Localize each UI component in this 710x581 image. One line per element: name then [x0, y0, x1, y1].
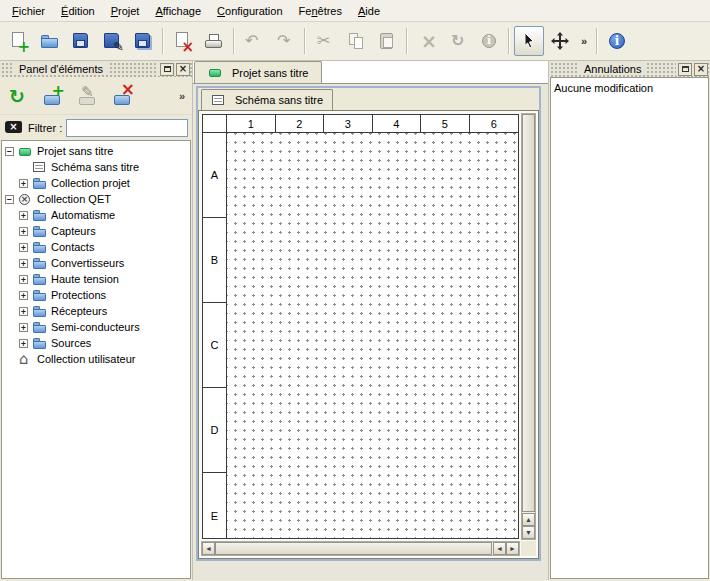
toolbar-separator: [508, 28, 510, 54]
copy-button[interactable]: [341, 26, 371, 56]
toolbar-overflow-button[interactable]: »: [576, 26, 592, 56]
horizontal-scrollbar-thumb[interactable]: [215, 542, 492, 555]
tree-item-protections[interactable]: +Protections: [2, 287, 190, 303]
scroll-left-button[interactable]: ◄: [202, 542, 215, 555]
undo-history-list[interactable]: Aucune modification: [550, 77, 709, 579]
elements-panel-titlebar[interactable]: Panel d'éléments ×: [0, 61, 192, 77]
menu-affichage[interactable]: Affichage: [147, 0, 209, 21]
diagram-grid[interactable]: [227, 133, 518, 539]
scissors-icon: [315, 31, 335, 51]
folder-icon: [32, 225, 47, 238]
expand-icon[interactable]: +: [19, 259, 28, 268]
toolbar-separator: [233, 28, 235, 54]
rotate-icon: [448, 31, 468, 51]
expand-icon[interactable]: +: [19, 227, 28, 236]
folder-icon: [32, 321, 47, 334]
tab-project[interactable]: Projet sans titre: [194, 61, 322, 83]
print-button[interactable]: [199, 26, 229, 56]
menu-projet[interactable]: Projet: [103, 0, 148, 21]
cut-button[interactable]: [310, 26, 340, 56]
expand-icon[interactable]: +: [19, 307, 28, 316]
paste-button[interactable]: [372, 26, 402, 56]
redo-arrow-icon: [275, 31, 295, 51]
folder-icon: [32, 273, 47, 286]
tab-schema[interactable]: Schéma sans titre: [201, 89, 333, 110]
tree-item-haute-tension[interactable]: +Haute tension: [2, 271, 190, 287]
expand-icon[interactable]: +: [19, 275, 28, 284]
scroll-up-button[interactable]: ▲: [522, 513, 535, 526]
menu-configuration[interactable]: Configuration: [209, 0, 290, 21]
panel-toolbar-extension-button[interactable]: »: [175, 90, 189, 102]
redo-button[interactable]: [270, 26, 300, 56]
toolbar-separator: [596, 28, 598, 54]
collapse-icon[interactable]: −: [5, 195, 14, 204]
select-mode-button[interactable]: [514, 26, 544, 56]
undo-button[interactable]: [239, 26, 269, 56]
element-info-button[interactable]: [474, 26, 504, 56]
schema-icon: [32, 161, 47, 174]
tree-item-schema-sans-titre[interactable]: Schéma sans titre: [2, 159, 190, 175]
schema-tabbar: Schéma sans titre: [198, 88, 539, 110]
tree-item-capteurs[interactable]: +Capteurs: [2, 223, 190, 239]
expand-icon[interactable]: +: [19, 291, 28, 300]
about-button[interactable]: [602, 26, 632, 56]
menu-aide[interactable]: Aide: [350, 0, 388, 21]
close-panel-button[interactable]: ×: [694, 63, 708, 76]
tree-item-collection-qet[interactable]: −Collection QET: [2, 191, 190, 207]
new-document-button[interactable]: [4, 26, 34, 56]
diagram-view[interactable]: 123456ABCDE ▲ ▼ ◄ ◄ ►: [198, 110, 539, 559]
tree-item-convertisseurs[interactable]: +Convertisseurs: [2, 255, 190, 271]
tree-item-contacts[interactable]: +Contacts: [2, 239, 190, 255]
float-panel-button[interactable]: [678, 63, 692, 76]
open-project-button[interactable]: [35, 26, 65, 56]
tree-item-automatisme[interactable]: +Automatisme: [2, 207, 190, 223]
expand-icon[interactable]: +: [19, 179, 28, 188]
scroll-left-button-2[interactable]: ◄: [493, 542, 506, 555]
save-as-button[interactable]: [97, 26, 127, 56]
scroll-down-button[interactable]: ▼: [522, 526, 535, 539]
close-panel-button[interactable]: ×: [176, 63, 190, 76]
pan-mode-button[interactable]: [545, 26, 575, 56]
scroll-right-button[interactable]: ►: [506, 542, 519, 555]
save-all-button[interactable]: [128, 26, 158, 56]
folder-icon: [32, 305, 47, 318]
menu-fichier[interactable]: Fichier: [4, 0, 53, 21]
tree-item-sources[interactable]: +Sources: [2, 335, 190, 351]
row-header-A: A: [203, 133, 227, 218]
clear-filter-button[interactable]: [4, 119, 24, 137]
menu-fenetres[interactable]: Fenêtres: [291, 0, 350, 21]
tree-item-projet-sans-titre[interactable]: −Projet sans titre: [2, 143, 190, 159]
diagram-sheet: 123456ABCDE: [202, 114, 519, 539]
reload-collections-button[interactable]: [3, 80, 35, 112]
menu-edition[interactable]: Édition: [53, 0, 103, 21]
horizontal-scrollbar[interactable]: ◄ ◄ ►: [201, 541, 520, 556]
project-icon: [18, 145, 33, 158]
tree-item-semi-conducteurs[interactable]: +Semi-conducteurs: [2, 319, 190, 335]
tree-item-collection-utilisateur[interactable]: Collection utilisateur: [2, 351, 190, 367]
float-panel-button[interactable]: [160, 63, 174, 76]
tree-item-collection-projet[interactable]: +Collection projet: [2, 175, 190, 191]
close-icon: ×: [697, 64, 705, 74]
expand-icon[interactable]: +: [19, 211, 28, 220]
undo-panel-titlebar-buttons: ×: [676, 63, 708, 76]
expand-icon[interactable]: +: [19, 243, 28, 252]
close-file-button[interactable]: [168, 26, 198, 56]
undo-panel-titlebar[interactable]: Annulations ×: [549, 61, 710, 77]
tree-item-label: Capteurs: [51, 225, 96, 237]
new-element-button[interactable]: [38, 80, 70, 112]
vertical-scrollbar[interactable]: ▲ ▼: [521, 113, 536, 540]
column-header-2: 2: [276, 115, 325, 133]
row-header-C: C: [203, 303, 227, 388]
rotate-button[interactable]: [443, 26, 473, 56]
collapse-icon[interactable]: −: [5, 147, 14, 156]
delete-button[interactable]: [412, 26, 442, 56]
float-icon: [682, 66, 689, 72]
vertical-scrollbar-thumb[interactable]: [522, 114, 535, 512]
filter-input[interactable]: [66, 119, 188, 137]
expand-icon[interactable]: +: [19, 339, 28, 348]
save-button[interactable]: [66, 26, 96, 56]
edit-element-button[interactable]: [73, 80, 105, 112]
delete-element-button[interactable]: [108, 80, 140, 112]
tree-item-recepteurs[interactable]: +Récepteurs: [2, 303, 190, 319]
expand-icon[interactable]: +: [19, 323, 28, 332]
